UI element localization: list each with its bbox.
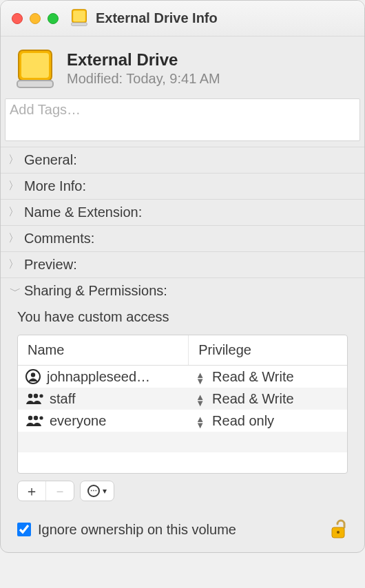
tags-placeholder: Add Tags… (10, 102, 81, 117)
svg-point-9 (34, 394, 38, 398)
table-row[interactable]: staff ▲▼ Read & Write (18, 388, 347, 410)
add-button[interactable]: ＋ (18, 481, 46, 501)
chevron-right-icon: 〉 (9, 258, 19, 272)
zoom-button[interactable] (48, 13, 59, 24)
svg-point-11 (28, 416, 32, 420)
chevron-down-icon: ▾ (103, 486, 107, 496)
ignore-ownership-label: Ignore ownership on this volume (38, 522, 236, 538)
section-general[interactable]: 〉 General: (1, 147, 364, 173)
user-name: johnappleseed… (47, 369, 150, 385)
column-header-name[interactable]: Name (18, 335, 189, 365)
access-text: You have custom access (17, 309, 348, 325)
chevron-right-icon: 〉 (9, 231, 19, 246)
ignore-ownership-checkbox[interactable] (17, 523, 31, 536)
section-sharing-permissions[interactable]: 〉 Sharing & Permissions: (1, 277, 364, 304)
tags-input[interactable]: Add Tags… (5, 98, 360, 141)
lock-open-icon[interactable] (330, 519, 348, 540)
close-button[interactable] (12, 13, 23, 24)
group-icon (25, 390, 44, 407)
section-label: More Info: (24, 178, 86, 194)
item-name: External Drive (67, 50, 220, 70)
sharing-body: You have custom access Name Privilege jo… (1, 304, 364, 511)
user-name: everyone (50, 413, 106, 429)
section-label: Comments: (24, 231, 94, 246)
window-title: External Drive Info (96, 10, 218, 26)
section-comments[interactable]: 〉 Comments: (1, 225, 364, 251)
user-name: staff (50, 391, 75, 407)
add-remove-segment: ＋ － (17, 481, 74, 501)
privilege-value: Read & Write (212, 391, 294, 407)
svg-point-13 (39, 416, 43, 419)
svg-point-12 (34, 416, 38, 420)
remove-button[interactable]: － (46, 481, 74, 501)
svg-point-8 (28, 394, 32, 398)
stepper-icon[interactable]: ▲▼ (196, 414, 204, 427)
table-row[interactable]: johnappleseed… ▲▼ Read & Write (18, 366, 347, 388)
chevron-right-icon: 〉 (9, 205, 19, 220)
svg-point-10 (39, 394, 43, 397)
svg-rect-2 (72, 22, 87, 25)
svg-rect-1 (73, 10, 85, 21)
modified-line: Modified: Today, 9:41 AM (67, 71, 220, 87)
svg-rect-4 (21, 53, 49, 78)
titlebar: External Drive Info (1, 1, 364, 36)
stepper-icon[interactable]: ▲▼ (196, 370, 204, 383)
info-window: External Drive Info External Drive Modif… (0, 0, 365, 553)
privilege-value: Read & Write (212, 369, 294, 385)
external-drive-icon (70, 8, 89, 30)
chevron-right-icon: 〉 (9, 153, 19, 167)
privilege-value: Read only (212, 413, 274, 429)
chevron-right-icon: 〉 (9, 179, 19, 193)
table-header: Name Privilege (18, 335, 347, 366)
section-label: Preview: (24, 257, 77, 273)
user-icon (25, 368, 41, 385)
external-drive-icon (13, 46, 57, 90)
ignore-ownership-row: Ignore ownership on this volume (1, 511, 364, 552)
svg-rect-5 (17, 81, 53, 87)
section-preview[interactable]: 〉 Preview: (1, 251, 364, 277)
section-label: Sharing & Permissions: (24, 283, 167, 299)
summary-area: External Drive Modified: Today, 9:41 AM (1, 36, 364, 98)
table-row (18, 432, 347, 452)
group-icon (25, 412, 44, 429)
section-more-info[interactable]: 〉 More Info: (1, 173, 364, 199)
table-row[interactable]: everyone ▲▼ Read only (18, 410, 347, 432)
svg-point-7 (31, 372, 35, 377)
section-label: Name & Extension: (24, 204, 142, 220)
permissions-table: Name Privilege johnappleseed… ▲▼ Read & … (17, 335, 348, 474)
action-menu-button[interactable]: ▾ (80, 481, 114, 501)
window-controls (12, 13, 59, 24)
modified-label: Modified: (67, 71, 123, 86)
table-footer-controls: ＋ － ▾ (17, 481, 348, 501)
table-row (18, 452, 347, 473)
section-name-extension[interactable]: 〉 Name & Extension: (1, 199, 364, 225)
chevron-down-icon: 〉 (7, 288, 21, 297)
minimize-button[interactable] (30, 13, 41, 24)
column-header-privilege[interactable]: Privilege (189, 335, 347, 365)
modified-value: Today, 9:41 AM (126, 71, 220, 86)
svg-point-15 (337, 531, 340, 534)
action-icon (87, 485, 100, 497)
section-label: General: (24, 152, 77, 168)
stepper-icon[interactable]: ▲▼ (196, 392, 204, 405)
